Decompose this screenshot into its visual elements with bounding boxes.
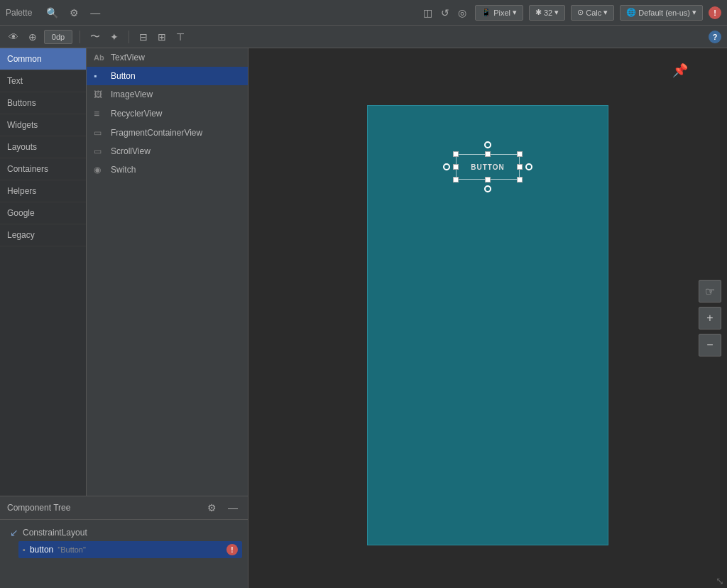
second-toolbar: 👁 ⊕ 〜 ✦ ⊟ ⊞ ⊤ ?	[0, 26, 727, 48]
category-item-google[interactable]: Google	[0, 202, 86, 224]
tree-item-button[interactable]: ▪ button "Button" !	[18, 541, 242, 558]
tree-settings-icon[interactable]: ⚙	[204, 501, 219, 515]
component-scrollview[interactable]: ▭ ScrollView	[87, 142, 248, 160]
recyclerview-label: RecyclerView	[111, 109, 162, 119]
search-icon[interactable]: 🔍	[43, 6, 61, 20]
button-node-icon: ▪	[23, 545, 26, 554]
constraint-layout-icon: ↙	[10, 527, 18, 538]
target-icon[interactable]: ⊕	[26, 30, 40, 44]
minimize-icon[interactable]: —	[87, 6, 103, 20]
size-dropdown[interactable]: ✱ 32 ▾	[529, 5, 565, 21]
textview-label: TextView	[111, 53, 145, 62]
zoom-in-btn[interactable]: +	[699, 307, 721, 330]
locale-dropdown[interactable]: 🌐 Default (en-us) ▾	[620, 5, 703, 21]
zoom-out-btn[interactable]: −	[699, 334, 721, 356]
tree-minimize-icon[interactable]: —	[225, 501, 241, 515]
canvas-pin-icon: 📌	[672, 62, 688, 78]
category-list: Common Text Buttons Widgets Layouts Cont…	[0, 48, 87, 496]
settings-icon[interactable]: ⚙	[67, 6, 82, 20]
scrollview-icon: ▭	[94, 146, 105, 156]
canvas-button-widget[interactable]: BUTTON	[456, 154, 520, 180]
eye-icon[interactable]: 👁	[6, 30, 21, 44]
handle-middle-left[interactable]	[453, 164, 459, 170]
handle-top-right[interactable]	[517, 151, 523, 157]
canvas-area[interactable]: 📌 BUTTON	[248, 48, 727, 588]
category-item-legacy[interactable]: Legacy	[0, 224, 86, 246]
left-panel: Common Text Buttons Widgets Layouts Cont…	[0, 48, 248, 588]
phone-frame: BUTTON	[367, 105, 608, 545]
imageview-icon: 🖼	[94, 89, 105, 99]
separator2	[129, 31, 129, 43]
component-button[interactable]: ▪ Button	[87, 67, 248, 85]
tree-error-badge: !	[226, 544, 238, 555]
handle-bottom-middle[interactable]	[485, 177, 491, 183]
constraint-bottom[interactable]	[484, 185, 491, 192]
help-badge[interactable]: ?	[709, 31, 721, 43]
category-item-text[interactable]: Text	[0, 70, 86, 92]
button-icon: ▪	[94, 71, 105, 81]
category-item-common[interactable]: Common	[0, 48, 86, 70]
wave-icon[interactable]: 〜	[87, 29, 103, 45]
button-label: Button	[111, 71, 136, 81]
component-fragmentcontainerview[interactable]: ▭ FragmentContainerView	[87, 124, 248, 142]
constraint-layout-label: ConstraintLayout	[23, 528, 87, 538]
constraint-left[interactable]	[443, 163, 450, 170]
tree-item-constraintlayout[interactable]: ↙ ConstraintLayout	[6, 524, 242, 541]
handle-bottom-left[interactable]	[453, 177, 459, 183]
constraint-top[interactable]	[484, 141, 491, 148]
top-toolbar: Palette 🔍 ⚙ — ◫ ↺ ◎ 📱 Pixel ▾ ✱ 32 ▾ ⊙ C…	[0, 0, 727, 26]
scrollview-label: ScrollView	[111, 146, 151, 156]
padding-input[interactable]	[44, 30, 72, 44]
button-widget-label: BUTTON	[471, 163, 504, 171]
tree-header-actions: ⚙ —	[204, 501, 241, 515]
category-item-containers[interactable]: Containers	[0, 158, 86, 180]
fragmentcontainerview-icon: ▭	[94, 128, 105, 138]
refresh-icon[interactable]: ↺	[438, 6, 452, 20]
category-item-layouts[interactable]: Layouts	[0, 136, 86, 158]
category-item-helpers[interactable]: Helpers	[0, 180, 86, 202]
error-badge[interactable]: !	[709, 6, 721, 19]
button-node-label: button	[30, 545, 53, 555]
cursor-tool-btn[interactable]: ☞	[699, 280, 721, 303]
component-tree: Component Tree ⚙ — ↙ ConstraintLayout ▪ …	[0, 496, 248, 588]
tree-header-title: Component Tree	[7, 503, 70, 513]
switch-label: Switch	[111, 165, 136, 175]
component-list: Ab TextView ▪ Button 🖼 ImageView ≡ Recyc…	[87, 48, 248, 496]
textview-icon: Ab	[94, 53, 105, 62]
palette-section: Common Text Buttons Widgets Layouts Cont…	[0, 48, 248, 496]
toolbar-group: ◫ ↺ ◎	[420, 6, 469, 20]
category-item-buttons[interactable]: Buttons	[0, 92, 86, 114]
component-recyclerview[interactable]: ≡ RecyclerView	[87, 104, 248, 124]
tree-content: ↙ ConstraintLayout ▪ button "Button" !	[0, 520, 248, 588]
handle-top-middle[interactable]	[485, 151, 491, 157]
baseline-icon[interactable]: ⊤	[173, 30, 187, 44]
category-item-widgets[interactable]: Widgets	[0, 114, 86, 136]
tree-header: Component Tree ⚙ —	[0, 496, 248, 520]
constraint-right[interactable]	[525, 163, 532, 170]
component-textview[interactable]: Ab TextView	[87, 48, 248, 67]
layers-icon[interactable]: ◫	[420, 6, 435, 20]
resize-handle[interactable]: ⤡	[713, 574, 727, 588]
align-icon[interactable]: ⊟	[136, 30, 151, 44]
main-layout: Common Text Buttons Widgets Layouts Cont…	[0, 48, 727, 588]
pixel-dropdown[interactable]: 📱 Pixel ▾	[475, 5, 523, 21]
component-switch[interactable]: ◉ Switch	[87, 160, 248, 179]
component-imageview[interactable]: 🖼 ImageView	[87, 85, 248, 104]
imageview-label: ImageView	[111, 89, 153, 99]
distribute-icon[interactable]: ⊞	[155, 30, 169, 44]
handle-middle-right[interactable]	[517, 164, 523, 170]
eye-toggle-icon[interactable]: ◎	[455, 6, 469, 20]
magic-wand-icon[interactable]: ✦	[107, 30, 121, 44]
fragmentcontainerview-label: FragmentContainerView	[111, 128, 202, 138]
switch-icon: ◉	[94, 165, 105, 175]
recyclerview-icon: ≡	[94, 108, 105, 119]
handle-top-left[interactable]	[453, 151, 459, 157]
right-tools: ☞ + −	[699, 280, 721, 356]
calc-dropdown[interactable]: ⊙ Calc ▾	[571, 5, 614, 21]
button-node-text: "Button"	[58, 545, 86, 554]
palette-title: Palette	[6, 8, 32, 18]
separator	[80, 31, 80, 43]
handle-bottom-right[interactable]	[517, 177, 523, 183]
